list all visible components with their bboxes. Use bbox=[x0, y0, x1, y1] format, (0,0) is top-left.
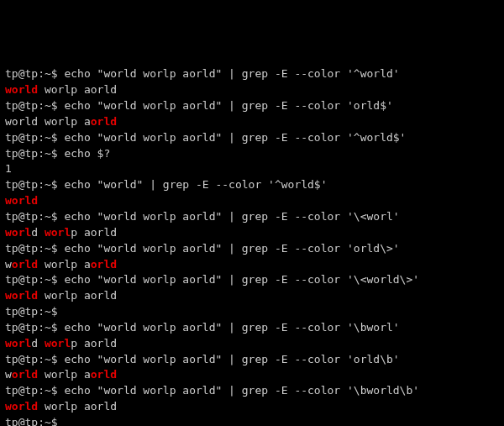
output-text: worlp aorld bbox=[38, 83, 117, 96]
grep-match: orld bbox=[12, 258, 38, 271]
shell-prompt: tp@tp:~$ bbox=[5, 178, 64, 191]
shell-prompt: tp@tp:~$ bbox=[5, 416, 64, 426]
shell-prompt: tp@tp:~$ bbox=[5, 242, 64, 255]
terminal-line: tp@tp:~$ echo "world worlp aorld" | grep… bbox=[5, 272, 499, 288]
command-text: echo "world worlp aorld" | grep -E --col… bbox=[64, 99, 392, 112]
command-text: echo "world" | grep -E --color '^world$' bbox=[64, 178, 327, 191]
shell-prompt: tp@tp:~$ bbox=[5, 321, 64, 334]
command-text: echo "world worlp aorld" | grep -E --col… bbox=[64, 321, 399, 334]
output-text: d bbox=[31, 337, 45, 350]
output-text: worlp a bbox=[38, 368, 91, 381]
output-text: worlp aorld bbox=[38, 400, 117, 413]
terminal-line: 1 bbox=[5, 161, 499, 177]
command-text: echo "world worlp aorld" | grep -E --col… bbox=[64, 67, 399, 80]
terminal-line: world bbox=[5, 193, 499, 209]
terminal-output[interactable]: tp@tp:~$ echo "world worlp aorld" | grep… bbox=[5, 66, 499, 426]
grep-match: world bbox=[5, 289, 38, 302]
terminal-line: tp@tp:~$ echo "world worlp aorld" | grep… bbox=[5, 320, 499, 336]
shell-prompt: tp@tp:~$ bbox=[5, 384, 64, 397]
output-text: worlp aorld bbox=[38, 289, 117, 302]
output-text: p aorld bbox=[71, 226, 117, 239]
output-text: p aorld bbox=[71, 337, 117, 350]
output-text: 1 bbox=[5, 162, 12, 175]
grep-match: worl bbox=[5, 226, 31, 239]
terminal-line: world worlp aorld bbox=[5, 336, 499, 352]
output-text: world worlp a bbox=[5, 115, 91, 128]
shell-prompt: tp@tp:~$ bbox=[5, 147, 64, 160]
shell-prompt: tp@tp:~$ bbox=[5, 210, 64, 223]
terminal-line: world worlp aorld bbox=[5, 114, 499, 130]
command-text: echo "world worlp aorld" | grep -E --col… bbox=[64, 273, 419, 286]
shell-prompt: tp@tp:~$ bbox=[5, 67, 64, 80]
shell-prompt: tp@tp:~$ bbox=[5, 99, 64, 112]
terminal-line: tp@tp:~$ echo "world worlp aorld" | grep… bbox=[5, 98, 499, 114]
grep-match: orld bbox=[91, 115, 117, 128]
terminal-line: world worlp aorld bbox=[5, 257, 499, 273]
terminal-line: world worlp aorld bbox=[5, 367, 499, 383]
terminal-line: tp@tp:~$ bbox=[5, 415, 499, 426]
grep-match: world bbox=[5, 194, 38, 207]
terminal-line: world worlp aorld bbox=[5, 82, 499, 98]
grep-match: orld bbox=[91, 368, 117, 381]
grep-match: orld bbox=[12, 368, 38, 381]
grep-match: worl bbox=[45, 337, 71, 350]
command-text: echo "world worlp aorld" | grep -E --col… bbox=[64, 210, 399, 223]
command-text: echo "world worlp aorld" | grep -E --col… bbox=[64, 384, 419, 397]
terminal-line: tp@tp:~$ bbox=[5, 304, 499, 320]
shell-prompt: tp@tp:~$ bbox=[5, 305, 64, 318]
grep-match: world bbox=[5, 83, 38, 96]
grep-match: orld bbox=[91, 258, 117, 271]
terminal-line: world worlp aorld bbox=[5, 225, 499, 241]
output-text: worlp a bbox=[38, 258, 91, 271]
terminal-line: tp@tp:~$ echo "world worlp aorld" | grep… bbox=[5, 130, 499, 146]
terminal-line: tp@tp:~$ echo "world worlp aorld" | grep… bbox=[5, 66, 499, 82]
grep-match: worl bbox=[5, 337, 31, 350]
grep-match: world bbox=[5, 400, 38, 413]
terminal-line: tp@tp:~$ echo "world" | grep -E --color … bbox=[5, 177, 499, 193]
terminal-line: world worlp aorld bbox=[5, 288, 499, 304]
grep-match: worl bbox=[45, 226, 71, 239]
output-text: w bbox=[5, 368, 12, 381]
terminal-line: tp@tp:~$ echo "world worlp aorld" | grep… bbox=[5, 352, 499, 368]
shell-prompt: tp@tp:~$ bbox=[5, 353, 64, 366]
terminal-line: tp@tp:~$ echo "world worlp aorld" | grep… bbox=[5, 209, 499, 225]
shell-prompt: tp@tp:~$ bbox=[5, 131, 64, 144]
output-text: w bbox=[5, 258, 12, 271]
output-text: d bbox=[31, 226, 45, 239]
terminal-line: tp@tp:~$ echo "world worlp aorld" | grep… bbox=[5, 383, 499, 399]
command-text: echo "world worlp aorld" | grep -E --col… bbox=[64, 353, 399, 366]
command-text: echo "world worlp aorld" | grep -E --col… bbox=[64, 242, 399, 255]
terminal-line: tp@tp:~$ echo $? bbox=[5, 146, 499, 162]
command-text: echo "world worlp aorld" | grep -E --col… bbox=[64, 131, 406, 144]
terminal-line: world worlp aorld bbox=[5, 399, 499, 415]
terminal-line: tp@tp:~$ echo "world worlp aorld" | grep… bbox=[5, 241, 499, 257]
shell-prompt: tp@tp:~$ bbox=[5, 273, 64, 286]
command-text: echo $? bbox=[64, 147, 110, 160]
